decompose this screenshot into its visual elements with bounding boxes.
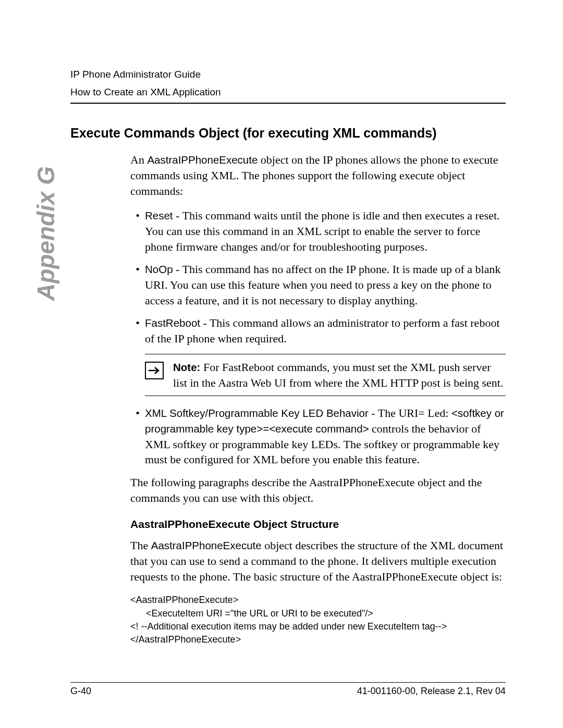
bullet-body: Reset - This command waits until the pho… [145,208,506,254]
footer-rule [70,682,506,683]
page-footer: G-40 41-001160-00, Release 2.1, Rev 04 [70,682,506,697]
structure-paragraph: The AastraIPPhoneExecute object describe… [130,538,506,584]
bullet-fastreboot: • FastReboot - This command allows an ad… [130,315,506,346]
bullet-sep: - [369,406,378,419]
bullet-body: XML Softkey/Programmable Key LED Behavio… [145,405,506,467]
footer-row: G-40 41-001160-00, Release 2.1, Rev 04 [70,686,506,697]
bullet-sep: - [173,209,182,222]
bullet-body: NoOp - This command has no affect on the… [145,262,506,308]
subheading: AastraIPPhoneExecute Object Structure [130,518,506,530]
note-arrow-icon [145,362,164,379]
page-header: IP Phone Administrator Guide How to Crea… [70,68,506,104]
intro-paragraph: An AastraIPPhoneExecute object on the IP… [130,152,506,199]
code-line: <AastraIPPhoneExecute> [130,595,238,605]
code-line: </AastraIPPhoneExecute> [130,634,241,645]
bullet-text: This command has no affect on the IP pho… [145,263,500,306]
bullet-led-behavior: • XML Softkey/Programmable Key LED Behav… [130,405,506,467]
bullet-dot-icon: • [130,262,145,277]
bullet-body: FastReboot - This command allows an admi… [145,315,506,346]
bullet-term: Reset [145,209,173,221]
command-bullet-list: • Reset - This command waits until the p… [130,208,506,347]
note-text: Note: For FastReboot commands, you must … [173,360,504,390]
bullet-reset: • Reset - This command waits until the p… [130,208,506,254]
code-line: <ExecuteItem URI ="the URL or URI to be … [130,608,373,619]
bullet-text: This command waits until the phone is id… [145,209,500,253]
bullet-sep: - [173,263,182,276]
note-body: For FastReboot commands, you must set th… [173,361,503,389]
led-bullet-list: • XML Softkey/Programmable Key LED Behav… [130,405,506,467]
appendix-label: Appendix G [32,166,60,301]
note-row: Note: For FastReboot commands, you must … [145,354,506,396]
footer-page-number: G-40 [70,686,91,697]
footer-doc-id: 41-001160-00, Release 2.1, Rev 04 [357,686,506,697]
bullet-dot-icon: • [130,315,145,331]
code-line: <! --Additional execution items may be a… [130,621,447,632]
bullet-dot-icon: • [130,405,145,421]
bullet-dot-icon: • [130,208,145,224]
header-line-1: IP Phone Administrator Guide [70,68,506,81]
intro-prefix: An [130,153,147,166]
bullet-term: FastReboot [145,317,200,329]
bullet-lead: The URI= Led: [378,406,451,419]
bullet-noop: • NoOp - This command has no affect on t… [130,262,506,308]
bullet-term: XML Softkey/Programmable Key LED Behavio… [145,407,369,419]
appendix-label-container: Appendix G [30,112,62,248]
note-bottom-rule [145,396,506,396]
struct-object-name: AastraIPPhoneExecute [151,539,262,551]
section-title: Execute Commands Object (for executing X… [70,126,506,141]
bullet-term: NoOp [145,263,173,275]
xml-code-block: <AastraIPPhoneExecute> <ExecuteItem URI … [130,594,506,646]
header-line-2: How to Create an XML Application [70,85,506,99]
main-content: An AastraIPPhoneExecute object on the IP… [130,152,506,646]
struct-prefix: The [130,539,151,552]
note-block: Note: For FastReboot commands, you must … [145,354,506,396]
note-label: Note: [173,361,200,373]
bullet-sep: - [200,316,210,329]
closing-paragraph: The following paragraphs describe the Aa… [130,475,506,505]
document-page: Appendix G IP Phone Administrator Guide … [0,0,563,728]
intro-object-name: AastraIPPhoneExecute [147,154,258,166]
header-rule [70,103,506,104]
